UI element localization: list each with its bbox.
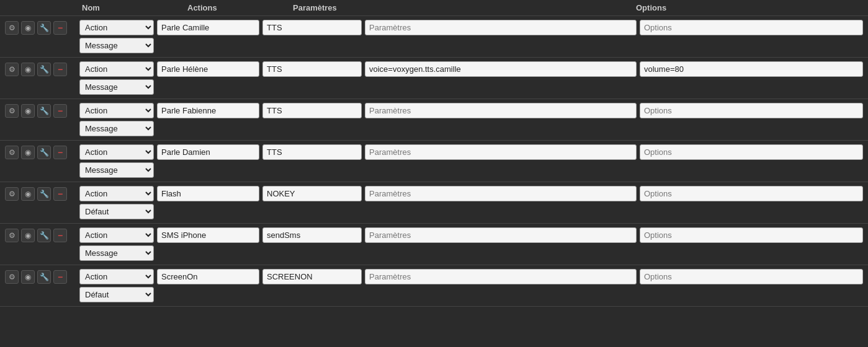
row-main-1: ⚙ ◉ 🔧 − Action bbox=[5, 20, 863, 35]
message-select-2[interactable]: Message Défaut bbox=[79, 79, 154, 95]
wrench-icon[interactable]: 🔧 bbox=[37, 229, 51, 242]
params-input-2[interactable] bbox=[365, 61, 637, 77]
gear-icon[interactable]: ⚙ bbox=[5, 229, 19, 242]
params-input-4[interactable] bbox=[365, 144, 637, 160]
remove-icon[interactable]: − bbox=[53, 229, 67, 242]
row-second-3: Message Défaut bbox=[5, 121, 863, 136]
rss-icon[interactable]: ◉ bbox=[21, 146, 35, 159]
action-select-7[interactable]: Action bbox=[79, 269, 154, 284]
table-header: Nom Actions Paramètres Options bbox=[0, 0, 868, 16]
nom-input-1[interactable] bbox=[157, 20, 259, 35]
actions-input-6[interactable] bbox=[262, 227, 362, 243]
options-input-5[interactable] bbox=[640, 186, 863, 201]
gear-icon[interactable]: ⚙ bbox=[5, 146, 19, 159]
remove-icon[interactable]: − bbox=[53, 63, 67, 76]
wrench-icon[interactable]: 🔧 bbox=[37, 63, 51, 76]
header-params: Paramètres bbox=[290, 3, 633, 12]
rss-icon[interactable]: ◉ bbox=[21, 21, 35, 35]
wrench-icon[interactable]: 🔧 bbox=[37, 104, 51, 118]
row-main-3: ⚙ ◉ 🔧 − Action bbox=[5, 103, 863, 118]
message-select-6[interactable]: Message Défaut bbox=[79, 245, 154, 261]
action-select-4[interactable]: Action bbox=[79, 144, 154, 160]
rss-icon[interactable]: ◉ bbox=[21, 270, 35, 284]
header-actions: Actions bbox=[185, 3, 290, 12]
wrench-icon[interactable]: 🔧 bbox=[37, 21, 51, 35]
remove-icon[interactable]: − bbox=[53, 21, 67, 35]
gear-icon[interactable]: ⚙ bbox=[5, 63, 19, 76]
icon-group-2: ⚙ ◉ 🔧 − bbox=[5, 63, 79, 76]
gear-icon[interactable]: ⚙ bbox=[5, 187, 19, 201]
message-select-1[interactable]: Message Défaut bbox=[79, 38, 154, 53]
wrench-icon[interactable]: 🔧 bbox=[37, 146, 51, 159]
options-input-2[interactable] bbox=[640, 61, 863, 77]
rss-icon[interactable]: ◉ bbox=[21, 63, 35, 76]
message-select-7[interactable]: Message Défaut bbox=[79, 287, 154, 302]
options-input-3[interactable] bbox=[640, 103, 863, 118]
header-options: Options bbox=[633, 3, 863, 12]
rss-icon[interactable]: ◉ bbox=[21, 187, 35, 201]
params-input-3[interactable] bbox=[365, 103, 637, 118]
rss-icon[interactable]: ◉ bbox=[21, 229, 35, 242]
rss-icon[interactable]: ◉ bbox=[21, 104, 35, 118]
gear-icon[interactable]: ⚙ bbox=[5, 104, 19, 118]
row-main-6: ⚙ ◉ 🔧 − Action bbox=[5, 227, 863, 243]
action-select-2[interactable]: Action bbox=[79, 61, 154, 77]
remove-icon[interactable]: − bbox=[53, 187, 67, 201]
wrench-icon[interactable]: 🔧 bbox=[37, 270, 51, 284]
action-select-1[interactable]: Action bbox=[79, 20, 154, 35]
params-input-1[interactable] bbox=[365, 20, 637, 35]
table-row: ⚙ ◉ 🔧 − Action Message Défaut bbox=[0, 182, 868, 224]
remove-icon[interactable]: − bbox=[53, 270, 67, 284]
icon-group-7: ⚙ ◉ 🔧 − bbox=[5, 270, 79, 284]
gear-icon[interactable]: ⚙ bbox=[5, 270, 19, 284]
remove-icon[interactable]: − bbox=[53, 104, 67, 118]
action-select-3[interactable]: Action bbox=[79, 103, 154, 118]
icon-group-4: ⚙ ◉ 🔧 − bbox=[5, 146, 79, 159]
options-input-6[interactable] bbox=[640, 227, 863, 243]
table-row: ⚙ ◉ 🔧 − Action Message Défaut bbox=[0, 99, 868, 141]
actions-input-4[interactable] bbox=[262, 144, 362, 160]
nom-input-4[interactable] bbox=[157, 144, 259, 160]
wrench-icon[interactable]: 🔧 bbox=[37, 187, 51, 201]
params-input-7[interactable] bbox=[365, 269, 637, 284]
actions-input-5[interactable] bbox=[262, 186, 362, 201]
message-select-3[interactable]: Message Défaut bbox=[79, 121, 154, 136]
row-main-7: ⚙ ◉ 🔧 − Action bbox=[5, 269, 863, 284]
action-select-6[interactable]: Action bbox=[79, 227, 154, 243]
params-input-6[interactable] bbox=[365, 227, 637, 243]
actions-input-1[interactable] bbox=[262, 20, 362, 35]
rows-container: ⚙ ◉ 🔧 − Action Message Défaut ⚙ ◉ bbox=[0, 16, 868, 307]
row-second-6: Message Défaut bbox=[5, 245, 863, 261]
action-select-5[interactable]: Action bbox=[79, 186, 154, 201]
table-row: ⚙ ◉ 🔧 − Action Message Défaut bbox=[0, 265, 868, 307]
nom-input-3[interactable] bbox=[157, 103, 259, 118]
options-input-1[interactable] bbox=[640, 20, 863, 35]
table-row: ⚙ ◉ 🔧 − Action Message Défaut bbox=[0, 141, 868, 182]
nom-input-2[interactable] bbox=[157, 61, 259, 77]
gear-icon[interactable]: ⚙ bbox=[5, 21, 19, 35]
icon-group-3: ⚙ ◉ 🔧 − bbox=[5, 104, 79, 118]
table-container: Nom Actions Paramètres Options ⚙ ◉ 🔧 − A… bbox=[0, 0, 868, 307]
actions-input-3[interactable] bbox=[262, 103, 362, 118]
remove-icon[interactable]: − bbox=[53, 146, 67, 159]
actions-input-2[interactable] bbox=[262, 61, 362, 77]
row-second-5: Message Défaut bbox=[5, 204, 863, 219]
header-nom: Nom bbox=[79, 3, 185, 12]
options-input-7[interactable] bbox=[640, 269, 863, 284]
actions-input-7[interactable] bbox=[262, 269, 362, 284]
icon-group-5: ⚙ ◉ 🔧 − bbox=[5, 187, 79, 201]
params-input-5[interactable] bbox=[365, 186, 637, 201]
row-second-7: Message Défaut bbox=[5, 287, 863, 302]
row-main-5: ⚙ ◉ 🔧 − Action bbox=[5, 186, 863, 201]
nom-input-6[interactable] bbox=[157, 227, 259, 243]
row-main-4: ⚙ ◉ 🔧 − Action bbox=[5, 144, 863, 160]
nom-input-7[interactable] bbox=[157, 269, 259, 284]
row-second-4: Message Défaut bbox=[5, 162, 863, 178]
nom-input-5[interactable] bbox=[157, 186, 259, 201]
options-input-4[interactable] bbox=[640, 144, 863, 160]
icon-group-6: ⚙ ◉ 🔧 − bbox=[5, 229, 79, 242]
table-row: ⚙ ◉ 🔧 − Action Message Défaut bbox=[0, 58, 868, 99]
message-select-4[interactable]: Message Défaut bbox=[79, 162, 154, 178]
icon-group-1: ⚙ ◉ 🔧 − bbox=[5, 21, 79, 35]
message-select-5[interactable]: Message Défaut bbox=[79, 204, 154, 219]
